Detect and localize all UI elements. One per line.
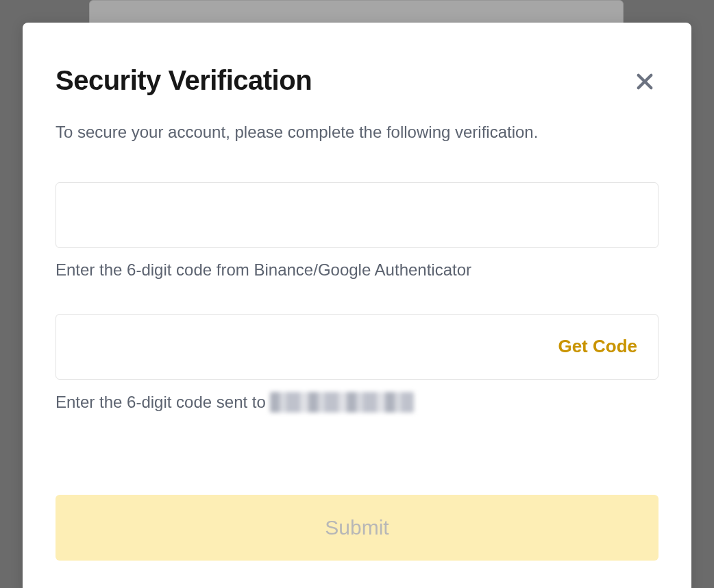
close-icon	[634, 71, 656, 93]
authenticator-input-wrap	[56, 182, 658, 248]
get-code-button[interactable]: Get Code	[551, 330, 644, 363]
modal-subtitle: To secure your account, please complete …	[56, 121, 658, 144]
sms-input-wrap: Get Code	[56, 314, 658, 380]
authenticator-hint: Enter the 6-digit code from Binance/Goog…	[56, 260, 658, 280]
modal-header: Security Verification	[56, 65, 658, 96]
close-button[interactable]	[631, 68, 658, 95]
sms-code-input[interactable]	[70, 315, 551, 379]
sms-field-group: Get Code Enter the 6-digit code sent to	[56, 314, 658, 413]
authenticator-code-input[interactable]	[70, 183, 644, 247]
sms-hint: Enter the 6-digit code sent to	[56, 392, 658, 413]
modal-title: Security Verification	[56, 65, 312, 96]
submit-button[interactable]: Submit	[56, 495, 658, 561]
authenticator-field-group: Enter the 6-digit code from Binance/Goog…	[56, 182, 658, 280]
redacted-destination	[270, 392, 414, 413]
security-verification-modal: Security Verification To secure your acc…	[23, 23, 691, 588]
sms-hint-prefix: Enter the 6-digit code sent to	[56, 393, 266, 412]
